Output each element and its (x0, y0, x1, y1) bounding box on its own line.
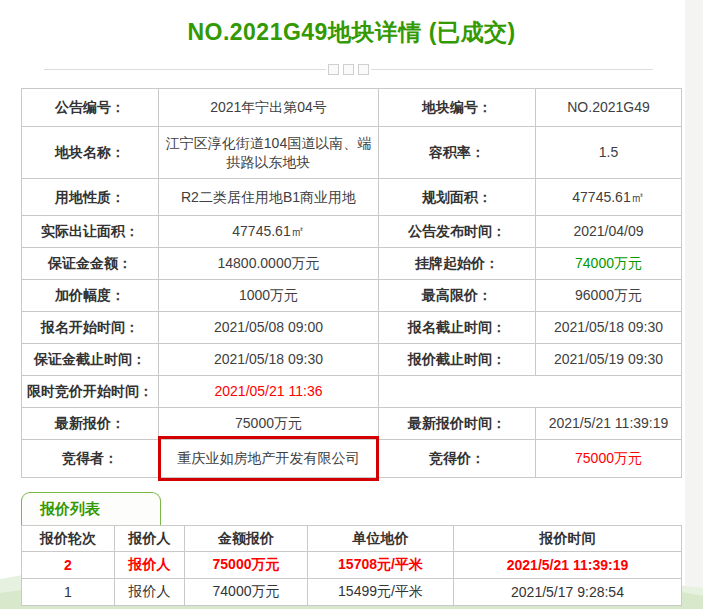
parcel-details-table: 公告编号： 2021年宁出第04号 地块编号： NO.2021G49 地块名称：… (21, 88, 682, 478)
detail-value: 47745.61㎡ (536, 179, 682, 216)
divider-line (371, 69, 653, 70)
bid-amount: 75000万元 (185, 552, 308, 579)
detail-value: 2021/5/21 11:39:19 (536, 408, 682, 440)
bid-header-amount: 金额报价 (185, 526, 308, 552)
detail-value: R2二类居住用地B1商业用地 (159, 179, 379, 216)
detail-value: 2021/05/18 09:30 (159, 344, 379, 376)
bid-list-table: 报价轮次 报价人 金额报价 单位地价 报价时间 2 报价人 75000万元 15… (21, 525, 682, 606)
bid-list-title: 报价列表 (40, 500, 100, 519)
bid-unit-price: 15499元/平米 (308, 579, 454, 606)
detail-value: 2021/05/08 09:00 (159, 312, 379, 344)
bid-time: 2021/5/17 9:28:54 (454, 579, 682, 606)
detail-label: 实际出让面积： (22, 216, 159, 248)
bid-amount: 74000万元 (185, 579, 308, 606)
divider-square (343, 64, 354, 75)
table-row: 限时竞价开始时间： 2021/05/21 11:36 (22, 376, 682, 408)
detail-empty-cell (379, 376, 682, 408)
detail-label: 最新报价： (22, 408, 159, 440)
detail-label: 最高限价： (379, 280, 536, 312)
detail-label: 报名截止时间： (379, 312, 536, 344)
divider-line (44, 69, 326, 70)
detail-value: 江宁区淳化街道104国道以南、端拱路以东地块 (159, 127, 379, 179)
page: NO.2021G49地块详情 (已成交) 公告编号： 2021年宁出第04号 地… (0, 0, 703, 609)
bid-unit-price: 15708元/平米 (308, 552, 454, 579)
detail-value: 2021年宁出第04号 (159, 89, 379, 127)
bid-header-unit-price: 单位地价 (308, 526, 454, 552)
winner-name: 重庆业如房地产开发有限公司 (178, 449, 360, 468)
detail-value: 47745.61㎡ (159, 216, 379, 248)
detail-value-start-price: 74000万元 (536, 248, 682, 280)
bid-list-section-tab: 报价列表 (21, 492, 161, 525)
detail-label: 竞得者： (22, 440, 159, 478)
detail-label: 挂牌起始价： (379, 248, 536, 280)
detail-value: 96000万元 (536, 280, 682, 312)
detail-label: 保证金截止时间： (22, 344, 159, 376)
bid-row: 1 报价人 74000万元 15499元/平米 2021/5/17 9:28:5… (22, 579, 682, 606)
divider-square (358, 64, 369, 75)
table-row: 竞得者： 重庆业如房地产开发有限公司 竞得价： 75000万元 (22, 440, 682, 478)
detail-value: 2021/05/18 09:30 (536, 312, 682, 344)
bid-header-bidder: 报价人 (115, 526, 185, 552)
detail-value-winner: 重庆业如房地产开发有限公司 (159, 440, 379, 478)
bid-header-round: 报价轮次 (22, 526, 115, 552)
detail-label: 地块名称： (22, 127, 159, 179)
detail-value: 75000万元 (159, 408, 379, 440)
bid-round: 1 (22, 579, 115, 606)
detail-label: 公告发布时间： (379, 216, 536, 248)
bid-round: 2 (22, 552, 115, 579)
page-title: NO.2021G49地块详情 (已成交) (0, 0, 703, 48)
detail-value-auction-start: 2021/05/21 11:36 (159, 376, 379, 408)
detail-label: 规划面积： (379, 179, 536, 216)
detail-value: NO.2021G49 (536, 89, 682, 127)
detail-label: 保证金金额： (22, 248, 159, 280)
detail-label: 加价幅度： (22, 280, 159, 312)
table-row: 保证金截止时间： 2021/05/18 09:30 报价截止时间： 2021/0… (22, 344, 682, 376)
detail-label: 用地性质： (22, 179, 159, 216)
detail-value: 14800.0000万元 (159, 248, 379, 280)
table-row: 加价幅度： 1000万元 最高限价： 96000万元 (22, 280, 682, 312)
detail-value-winning-price: 75000万元 (536, 440, 682, 478)
bid-time: 2021/5/21 11:39:19 (454, 552, 682, 579)
detail-label: 最新报价时间： (379, 408, 536, 440)
detail-label: 报名开始时间： (22, 312, 159, 344)
detail-label: 容积率： (379, 127, 536, 179)
table-row: 地块名称： 江宁区淳化街道104国道以南、端拱路以东地块 容积率： 1.5 (22, 127, 682, 179)
bid-bidder: 报价人 (115, 579, 185, 606)
detail-value: 2021/04/09 (536, 216, 682, 248)
table-row: 用地性质： R2二类居住用地B1商业用地 规划面积： 47745.61㎡ (22, 179, 682, 216)
detail-value: 1.5 (536, 127, 682, 179)
table-row: 公告编号： 2021年宁出第04号 地块编号： NO.2021G49 (22, 89, 682, 127)
table-row: 报名开始时间： 2021/05/08 09:00 报名截止时间： 2021/05… (22, 312, 682, 344)
divider-square (328, 64, 339, 75)
divider (44, 64, 653, 75)
table-row: 实际出让面积： 47745.61㎡ 公告发布时间： 2021/04/09 (22, 216, 682, 248)
table-row: 保证金金额： 14800.0000万元 挂牌起始价： 74000万元 (22, 248, 682, 280)
bid-header-time: 报价时间 (454, 526, 682, 552)
detail-label: 竞得价： (379, 440, 536, 478)
table-row: 最新报价： 75000万元 最新报价时间： 2021/5/21 11:39:19 (22, 408, 682, 440)
bid-row: 2 报价人 75000万元 15708元/平米 2021/5/21 11:39:… (22, 552, 682, 579)
detail-label: 地块编号： (379, 89, 536, 127)
detail-label: 公告编号： (22, 89, 159, 127)
detail-value: 2021/05/19 09:30 (536, 344, 682, 376)
bid-table-header: 报价轮次 报价人 金额报价 单位地价 报价时间 (22, 526, 682, 552)
bid-bidder: 报价人 (115, 552, 185, 579)
detail-value: 1000万元 (159, 280, 379, 312)
detail-label: 报价截止时间： (379, 344, 536, 376)
detail-label: 限时竞价开始时间： (22, 376, 159, 408)
